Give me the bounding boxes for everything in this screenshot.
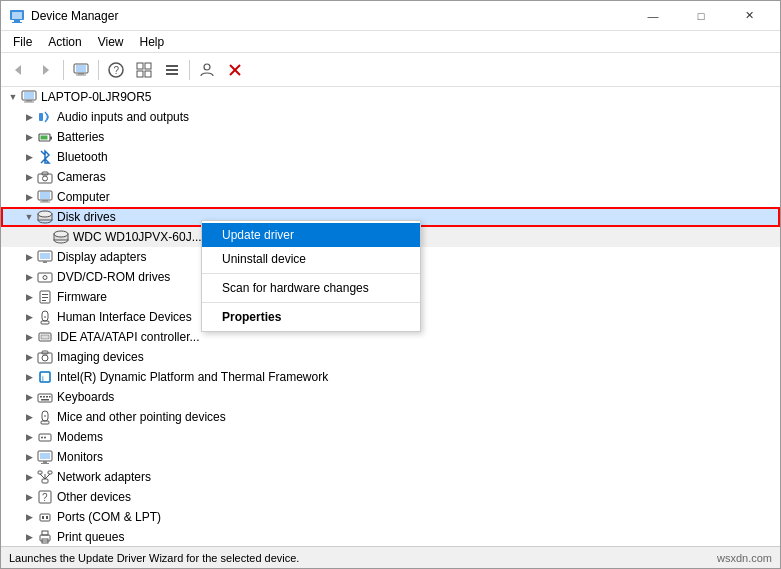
modems-expand[interactable]: ▶: [21, 429, 37, 445]
maximize-button[interactable]: □: [678, 1, 724, 31]
title-bar: Device Manager — □ ✕: [1, 1, 780, 31]
help-button[interactable]: ?: [103, 57, 129, 83]
list-button[interactable]: [159, 57, 185, 83]
firmware-icon: [37, 289, 53, 305]
tree-computer[interactable]: ▶ Computer: [1, 187, 780, 207]
forward-button[interactable]: [33, 57, 59, 83]
other-icon: ?: [37, 489, 53, 505]
tree-batteries[interactable]: ▶ Batteries: [1, 127, 780, 147]
tree-mice[interactable]: ▶ Mice and other pointing devices: [1, 407, 780, 427]
tree-monitors[interactable]: ▶ Monitors: [1, 447, 780, 467]
firmware-label: Firmware: [57, 290, 107, 304]
tree-modems[interactable]: ▶ Modems: [1, 427, 780, 447]
menu-action[interactable]: Action: [40, 31, 89, 53]
menu-bar: File Action View Help: [1, 31, 780, 53]
app-icon: [9, 8, 25, 24]
svg-rect-36: [40, 202, 50, 203]
keyboards-expand[interactable]: ▶: [21, 389, 37, 405]
computer-expand[interactable]: ▶: [21, 189, 37, 205]
mice-expand[interactable]: ▶: [21, 409, 37, 425]
cameras-expand[interactable]: ▶: [21, 169, 37, 185]
svg-rect-67: [41, 399, 49, 401]
device-manager-window: Device Manager — □ ✕ File Action View He…: [0, 0, 781, 569]
audio-expand[interactable]: ▶: [21, 109, 37, 125]
svg-rect-63: [40, 396, 42, 398]
svg-rect-45: [43, 261, 47, 263]
user-button[interactable]: [194, 57, 220, 83]
back-button[interactable]: [5, 57, 31, 83]
menu-file[interactable]: File: [5, 31, 40, 53]
svg-rect-90: [42, 531, 48, 535]
tree-audio[interactable]: ▶ Audio inputs and outputs: [1, 107, 780, 127]
modems-icon: [37, 429, 53, 445]
remove-button[interactable]: [222, 57, 248, 83]
computer-button[interactable]: [68, 57, 94, 83]
wdc-expand: [37, 229, 53, 245]
network-label: Network adapters: [57, 470, 151, 484]
svg-rect-8: [78, 73, 84, 75]
tree-intel[interactable]: ▶ i Intel(R) Dynamic Platform and Therma…: [1, 367, 780, 387]
root-expand[interactable]: ▼: [5, 89, 21, 105]
svg-rect-56: [41, 335, 49, 339]
status-text: Launches the Update Driver Wizard for th…: [9, 552, 299, 564]
svg-text:i: i: [42, 374, 44, 383]
tree-network[interactable]: ▶ Network adapters: [1, 467, 780, 487]
menu-help[interactable]: Help: [132, 31, 173, 53]
print-expand[interactable]: ▶: [21, 529, 37, 545]
tree-keyboards[interactable]: ▶ Keyboards: [1, 387, 780, 407]
diskdrives-expand[interactable]: ▼: [21, 209, 37, 225]
svg-rect-78: [42, 479, 48, 483]
ctx-uninstall-device[interactable]: Uninstall device: [202, 247, 420, 271]
close-button[interactable]: ✕: [726, 1, 772, 31]
ide-label: IDE ATA/ATAPI controller...: [57, 330, 200, 344]
other-label: Other devices: [57, 490, 131, 504]
minimize-button[interactable]: —: [630, 1, 676, 31]
batteries-expand[interactable]: ▶: [21, 129, 37, 145]
svg-rect-13: [145, 63, 151, 69]
audio-label: Audio inputs and outputs: [57, 110, 189, 124]
network-expand[interactable]: ▶: [21, 469, 37, 485]
dvd-expand[interactable]: ▶: [21, 269, 37, 285]
keyboards-label: Keyboards: [57, 390, 114, 404]
ide-expand[interactable]: ▶: [21, 329, 37, 345]
other-expand[interactable]: ▶: [21, 489, 37, 505]
svg-rect-62: [38, 394, 52, 402]
tree-bluetooth[interactable]: ▶ Bluetooth: [1, 147, 780, 167]
ctx-update-driver[interactable]: Update driver: [202, 223, 420, 247]
ports-expand[interactable]: ▶: [21, 509, 37, 525]
menu-view[interactable]: View: [90, 31, 132, 53]
tree-root[interactable]: ▼ LAPTOP-0LJR9OR5: [1, 87, 780, 107]
tree-ports[interactable]: ▶ Ports (COM & LPT): [1, 507, 780, 527]
bluetooth-expand[interactable]: ▶: [21, 149, 37, 165]
tree-other[interactable]: ▶ ? Other devices: [1, 487, 780, 507]
ctx-scan-hardware[interactable]: Scan for hardware changes: [202, 276, 420, 300]
monitors-expand[interactable]: ▶: [21, 449, 37, 465]
svg-point-39: [38, 211, 52, 217]
tree-print[interactable]: ▶ Print queues: [1, 527, 780, 546]
diskdrives-label: Disk drives: [57, 210, 116, 224]
user-icon: [199, 62, 215, 78]
intel-expand[interactable]: ▶: [21, 369, 37, 385]
hid-expand[interactable]: ▶: [21, 309, 37, 325]
svg-rect-66: [49, 396, 51, 398]
cameras-icon: [37, 169, 53, 185]
cameras-label: Cameras: [57, 170, 106, 184]
device-tree[interactable]: ▼ LAPTOP-0LJR9OR5 ▶ Audio inputs and out…: [1, 87, 780, 546]
back-icon: [11, 63, 25, 77]
display-expand[interactable]: ▶: [21, 249, 37, 265]
ctx-separator: [202, 273, 420, 274]
ctx-properties[interactable]: Properties: [202, 305, 420, 329]
tree-imaging[interactable]: ▶ Imaging devices: [1, 347, 780, 367]
grid-button[interactable]: [131, 57, 157, 83]
imaging-expand[interactable]: ▶: [21, 349, 37, 365]
tree-cameras[interactable]: ▶ Cameras: [1, 167, 780, 187]
network-icon: [37, 469, 53, 485]
help-icon: ?: [108, 62, 124, 78]
ctx-separator-2: [202, 302, 420, 303]
firmware-expand[interactable]: ▶: [21, 289, 37, 305]
batteries-icon: [37, 129, 53, 145]
svg-rect-25: [24, 102, 34, 103]
svg-text:?: ?: [114, 65, 120, 76]
status-right: wsxdn.com: [717, 552, 772, 564]
svg-rect-70: [41, 421, 49, 424]
